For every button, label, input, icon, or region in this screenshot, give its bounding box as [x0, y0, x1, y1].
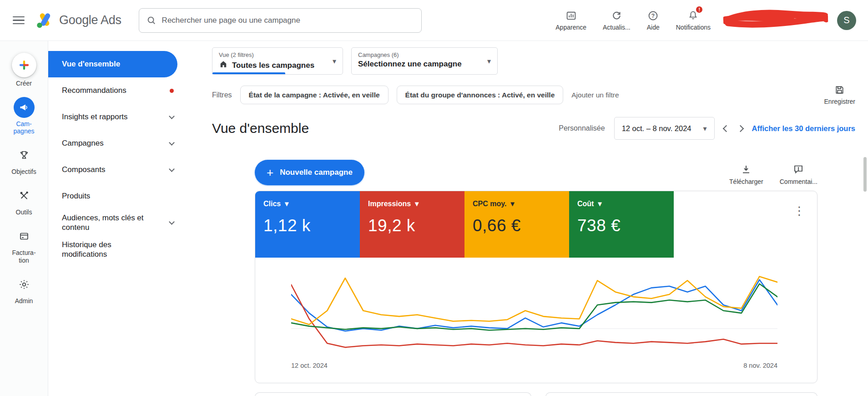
download-button[interactable]: Télécharger — [729, 164, 763, 185]
sidenav-campaigns-label: Campagnes — [62, 138, 104, 148]
caret-down-icon: ▾ — [598, 199, 601, 208]
scope-selectors: Vue (2 filtres) Toutes les campagnes ▾ C… — [212, 47, 855, 75]
goals-trophy-icon — [14, 145, 35, 166]
sidenav-item-change-history[interactable]: Historique des modifications — [48, 236, 185, 263]
global-search[interactable] — [139, 8, 422, 33]
sidenav-item-recommendations[interactable]: Recommandations — [48, 77, 185, 104]
help-button[interactable]: ? Aide — [647, 10, 660, 31]
caret-down-icon: ▾ — [510, 199, 514, 208]
notifications-label: Notifications — [676, 24, 711, 31]
rail-item-goals[interactable]: Objectifs — [11, 145, 36, 175]
metric-tile-avg-cpc[interactable]: CPC moy.▾ 0,66 € — [464, 191, 569, 258]
notifications-button[interactable]: ! Notifications — [676, 10, 711, 31]
save-label: Enregistrer — [824, 98, 855, 105]
sidenav-insights-label: Insights et rapports — [62, 112, 128, 122]
metric-label: Clics — [263, 200, 281, 208]
sidenav-item-products[interactable]: Produits — [48, 183, 185, 209]
overflow-menu-icon[interactable]: ⋮ — [793, 205, 805, 217]
metric-label: Impressions — [368, 200, 411, 208]
sidenav-recommendations-label: Recommandations — [62, 86, 126, 95]
appearance-icon — [565, 10, 577, 21]
date-range-value: 12 oct. – 8 nov. 2024 — [622, 124, 691, 133]
date-range-picker[interactable]: 12 oct. – 8 nov. 2024 ▾ — [614, 117, 715, 140]
filters-label: Filtres — [212, 91, 232, 99]
download-icon — [741, 164, 752, 176]
metric-label: CPC moy. — [473, 200, 506, 208]
save-icon — [834, 85, 845, 96]
x-axis-start-label: 12 oct. 2024 — [291, 362, 328, 369]
goals-label: Objectifs — [11, 168, 36, 175]
create-plus-icon — [12, 53, 36, 77]
sidenav-item-audiences[interactable]: Audiences, mots clés et contenu — [48, 209, 185, 236]
add-filter-button[interactable]: Ajouter un filtre — [571, 91, 619, 99]
caret-down-icon: ▾ — [703, 124, 707, 133]
chart-x-axis: 12 oct. 2024 8 nov. 2024 — [291, 358, 777, 376]
metric-value: 0,66 € — [473, 216, 561, 235]
download-label: Télécharger — [729, 178, 763, 185]
menu-icon[interactable] — [13, 16, 25, 25]
campaign-selector-label: Campagnes (6) — [358, 51, 477, 58]
sidenav: Vue d'ensemble Recommandations Insights … — [48, 41, 185, 396]
svg-text:?: ? — [651, 12, 655, 19]
filter-bar: Filtres État de la campagne : Activée, e… — [212, 85, 855, 105]
notifications-icon: ! — [687, 10, 699, 21]
chevron-down-icon — [169, 219, 175, 225]
save-button[interactable]: Enregistrer — [824, 85, 855, 105]
new-campaign-label: Nouvelle campagne — [280, 168, 353, 177]
metric-tiles: Clics▾ 1,12 k Impressions▾ 19,2 k CPC mo… — [255, 191, 817, 258]
metric-value: 1,12 k — [263, 216, 352, 235]
filter-chip-adgroup-status[interactable]: État du groupe d'annonces : Activé, en v… — [397, 86, 564, 104]
chevron-down-icon — [169, 113, 175, 119]
show-last-30-days-link[interactable]: Afficher les 30 derniers jours — [752, 124, 855, 133]
tools-icon — [14, 185, 35, 206]
caret-down-icon: ▾ — [333, 57, 336, 66]
scrollbar-thumb[interactable] — [863, 157, 867, 192]
metric-tile-impressions[interactable]: Impressions▾ 19,2 k — [360, 191, 464, 258]
filter-chip-campaign-status[interactable]: État de la campagne : Activée, en veille — [240, 86, 389, 104]
caret-down-icon: ▾ — [487, 57, 491, 66]
sidenav-item-campaigns[interactable]: Campagnes — [48, 130, 185, 157]
notification-badge: ! — [695, 5, 703, 14]
feedback-button[interactable]: Commentai... — [780, 164, 818, 185]
sidenav-products-label: Produits — [62, 191, 90, 201]
new-campaign-button[interactable]: + Nouvelle campagne — [255, 160, 364, 185]
view-filter-dropdown[interactable]: Vue (2 filtres) Toutes les campagnes ▾ — [212, 47, 343, 75]
sidenav-components-label: Composants — [62, 165, 105, 174]
google-ads-logo-icon — [35, 12, 55, 29]
account-avatar[interactable]: S — [837, 11, 856, 30]
refresh-label: Actualis... — [603, 24, 631, 31]
create-label: Créer — [16, 80, 32, 87]
rail-item-billing[interactable]: Factura- tion — [12, 226, 35, 264]
alert-dot-icon — [170, 89, 174, 93]
caret-down-icon: ▾ — [285, 199, 288, 208]
campaign-selector-dropdown[interactable]: Campagnes (6) Sélectionnez une campagne … — [351, 47, 498, 75]
sidenav-audiences-label: Audiences, mots clés et contenu — [62, 213, 157, 233]
rail-item-tools[interactable]: Outils — [14, 185, 35, 216]
sidenav-item-insights[interactable]: Insights et rapports — [48, 104, 185, 130]
search-input[interactable] — [162, 16, 414, 25]
metric-tile-cost[interactable]: Coût▾ 738 € — [569, 191, 674, 258]
sidenav-change-history-label: Historique des modifications — [62, 240, 130, 259]
chevron-down-icon — [169, 166, 175, 172]
refresh-button[interactable]: Actualis... — [603, 10, 631, 31]
campaigns-megaphone-icon — [14, 97, 35, 118]
previous-period-button[interactable] — [722, 125, 730, 132]
metric-tile-clicks[interactable]: Clics▾ 1,12 k — [255, 191, 360, 258]
avatar-letter: S — [843, 15, 849, 25]
partial-card-left — [255, 392, 531, 396]
plus-icon: + — [267, 167, 273, 178]
topbar: Google Ads Apparence Actualis... ? — [0, 0, 868, 41]
sidenav-item-overview[interactable]: Vue d'ensemble — [48, 51, 177, 77]
sidenav-overview-label: Vue d'ensemble — [62, 59, 120, 69]
sidenav-item-components[interactable]: Composants — [48, 157, 185, 183]
google-ads-logo[interactable]: Google Ads — [35, 12, 121, 29]
admin-gear-icon — [14, 274, 35, 295]
next-period-button[interactable] — [737, 125, 744, 132]
chart-area: 12 oct. 2024 8 nov. 2024 — [255, 258, 817, 383]
rail-item-campaigns[interactable]: Cam- pagnes — [14, 97, 35, 135]
metric-value: 19,2 k — [368, 216, 456, 235]
appearance-button[interactable]: Apparence — [555, 10, 586, 31]
rail-item-admin[interactable]: Admin — [14, 274, 35, 305]
create-button[interactable]: Créer — [12, 53, 36, 87]
view-filter-value: Toutes les campagnes — [232, 61, 314, 70]
